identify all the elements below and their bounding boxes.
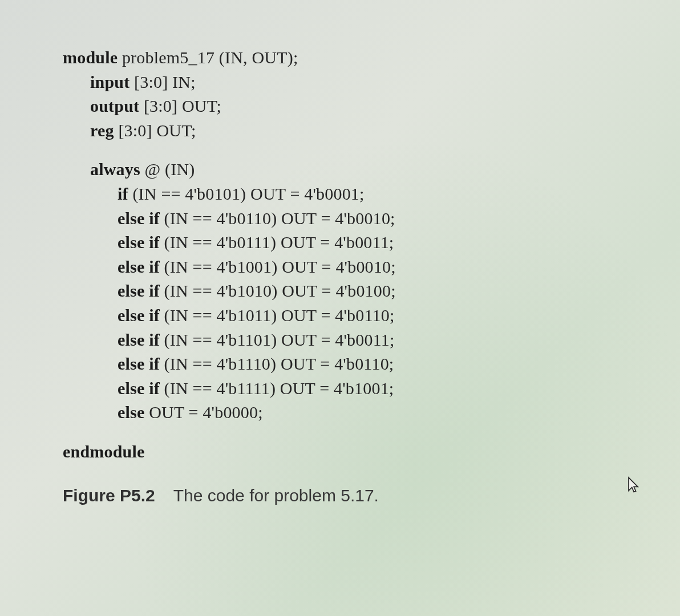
keyword-elseif: else if [118, 330, 160, 349]
code-text: (IN == 4'b1011) OUT = 4'b0110; [160, 306, 395, 325]
code-text: (IN == 4'b1010) OUT = 4'b0100; [160, 281, 396, 300]
code-text: problem5_17 (IN, OUT); [118, 48, 298, 67]
code-line: else OUT = 4'b0000; [63, 400, 617, 425]
keyword-elseif: else if [118, 233, 160, 252]
code-text: (IN == 4'b0110) OUT = 4'b0010; [160, 209, 395, 228]
code-text: [3:0] OUT; [114, 121, 196, 140]
verilog-code-listing: module problem5_17 (IN, OUT); input [3:0… [63, 46, 617, 464]
code-text: [3:0] OUT; [139, 96, 221, 115]
keyword-elseif: else if [118, 379, 160, 398]
code-text: (IN == 4'b1001) OUT = 4'b0010; [160, 257, 396, 276]
textbook-page: module problem5_17 (IN, OUT); input [3:0… [63, 46, 617, 505]
keyword-elseif: else if [118, 209, 160, 228]
figure-caption: Figure P5.2The code for problem 5.17. [63, 486, 617, 505]
code-text: (IN == 4'b0111) OUT = 4'b0011; [160, 233, 394, 252]
figure-label: Figure P5.2 [63, 486, 155, 505]
code-line: if (IN == 4'b0101) OUT = 4'b0001; [63, 182, 617, 206]
code-line: else if (IN == 4'b0111) OUT = 4'b0011; [63, 230, 617, 255]
keyword-elseif: else if [118, 257, 160, 276]
code-line: always @ (IN) [63, 157, 617, 182]
code-line: else if (IN == 4'b0110) OUT = 4'b0010; [63, 206, 617, 231]
keyword-reg: reg [90, 121, 114, 140]
figure-description: The code for problem 5.17. [173, 486, 379, 505]
code-line: else if (IN == 4'b1110) OUT = 4'b0110; [63, 352, 617, 376]
keyword-input: input [90, 72, 129, 91]
code-text: @ (IN) [140, 160, 195, 179]
code-line: else if (IN == 4'b1101) OUT = 4'b0011; [63, 328, 617, 352]
keyword-output: output [90, 96, 139, 115]
code-text: (IN == 4'b0101) OUT = 4'b0001; [128, 184, 365, 203]
code-line: output [3:0] OUT; [63, 94, 617, 119]
keyword-elseif: else if [118, 354, 160, 373]
keyword-if: if [118, 184, 128, 203]
keyword-else: else [118, 403, 144, 422]
code-line: else if (IN == 4'b1111) OUT = 4'b1001; [63, 376, 617, 401]
code-line: endmodule [63, 440, 617, 464]
code-line: else if (IN == 4'b1001) OUT = 4'b0010; [63, 255, 617, 279]
code-line: input [3:0] IN; [63, 70, 617, 95]
code-text: (IN == 4'b1110) OUT = 4'b0110; [160, 354, 394, 373]
code-line: else if (IN == 4'b1010) OUT = 4'b0100; [63, 279, 617, 303]
keyword-elseif: else if [118, 281, 160, 300]
code-text: OUT = 4'b0000; [144, 403, 262, 422]
code-line: reg [3:0] OUT; [63, 119, 617, 143]
code-text: (IN == 4'b1101) OUT = 4'b0011; [160, 330, 395, 349]
cursor-arrow-icon [626, 476, 640, 495]
code-line: else if (IN == 4'b1011) OUT = 4'b0110; [63, 303, 617, 328]
code-text: [3:0] IN; [129, 72, 195, 91]
keyword-elseif: else if [118, 306, 160, 325]
keyword-endmodule: endmodule [63, 442, 145, 461]
keyword-module: module [63, 48, 118, 67]
code-line: module problem5_17 (IN, OUT); [63, 46, 617, 70]
keyword-always: always [90, 160, 140, 179]
code-text: (IN == 4'b1111) OUT = 4'b1001; [160, 379, 394, 398]
